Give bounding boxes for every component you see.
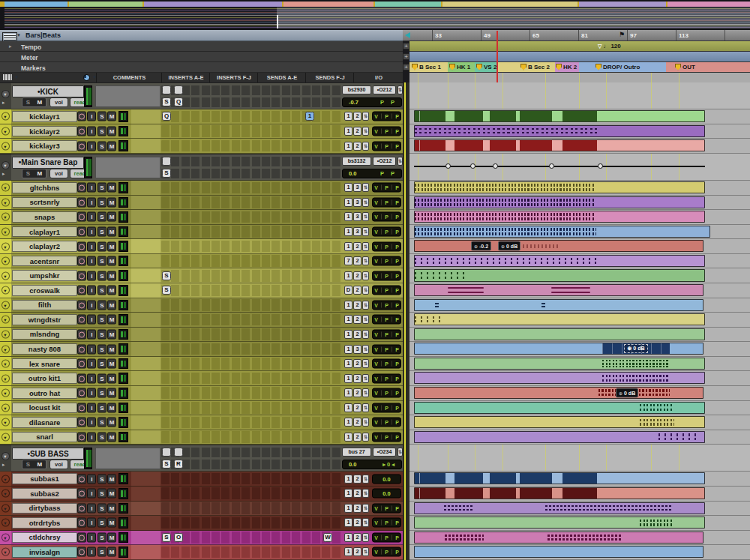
insert-send-button[interactable]: W	[323, 533, 332, 542]
insert-send-slots[interactable]	[161, 285, 342, 297]
io-output-button[interactable]: 2	[353, 315, 362, 324]
tempo-expand-icon[interactable]: ▸	[9, 43, 12, 49]
insert-send-slots[interactable]	[161, 387, 342, 399]
io-updown-button[interactable]: ⇅	[362, 286, 369, 295]
track-color-tab[interactable]: ▾	[0, 371, 11, 385]
track-color-tab[interactable]: ▾	[0, 210, 11, 224]
comments-area[interactable]	[131, 371, 160, 385]
track-color-tab[interactable]: ▾	[0, 239, 11, 253]
io-output-button[interactable]: 2	[353, 547, 362, 556]
io-vpp-display[interactable]: VPP	[372, 532, 401, 542]
record-arm-button[interactable]	[77, 197, 86, 207]
timebase-clock-icon[interactable]	[83, 74, 90, 81]
io-vpp-display[interactable]: VPP	[372, 256, 401, 266]
collapse-arrow-icon[interactable]: ▾	[2, 161, 10, 169]
io-updown-button[interactable]: ⇅	[362, 142, 369, 151]
collapse-arrow-icon[interactable]: ▾	[2, 316, 10, 324]
playhead-cursor[interactable]	[496, 31, 498, 82]
input-monitor-button[interactable]: I	[87, 127, 96, 136]
comments-area[interactable]	[131, 401, 160, 415]
track-color-tab[interactable]: ▾▸	[0, 445, 11, 471]
marker-label[interactable]: VS 2	[476, 64, 496, 70]
io-input-button[interactable]: bs3132	[342, 157, 371, 166]
track-name[interactable]: dirtybass	[12, 503, 77, 514]
io-input-button[interactable]: 1	[344, 315, 352, 324]
audio-clip[interactable]	[414, 358, 705, 370]
timeline-lane[interactable]	[410, 430, 750, 445]
tempo-event[interactable]: ▽ ♩120	[598, 43, 621, 49]
collapse-arrow-icon[interactable]: ▾	[2, 271, 10, 280]
record-arm-button[interactable]	[77, 315, 86, 325]
insert-slot-active[interactable]	[174, 85, 183, 94]
io-output-button[interactable]: 3	[353, 183, 362, 192]
audio-clip[interactable]	[414, 211, 705, 223]
solo-button[interactable]: S	[98, 300, 106, 310]
io-volume-display[interactable]: 0.0	[372, 489, 401, 499]
input-monitor-button[interactable]: I	[87, 474, 96, 484]
input-monitor-button[interactable]: I	[87, 344, 96, 354]
insert-send-slots[interactable]	[161, 157, 342, 166]
io-updown-button[interactable]: ⇅	[362, 403, 369, 412]
track-name[interactable]: •KICK	[12, 85, 84, 97]
insert-send-slots[interactable]	[161, 255, 342, 267]
insert-send-slots[interactable]	[161, 358, 342, 370]
track-color-tab[interactable]: ▾	[0, 139, 11, 153]
record-arm-button[interactable]	[77, 227, 86, 237]
collapse-arrow-icon[interactable]: ▾	[2, 548, 10, 556]
comments-area[interactable]	[131, 531, 160, 545]
track-name[interactable]: outro kit1	[12, 373, 77, 384]
record-arm-button[interactable]	[77, 141, 86, 151]
audio-clip[interactable]	[414, 517, 705, 529]
io-updown-button[interactable]: ⇅	[362, 547, 369, 556]
comments-area[interactable]	[131, 386, 160, 400]
io-vpp-display[interactable]: VPP	[372, 403, 401, 412]
io-input-button[interactable]: D	[344, 286, 352, 295]
io-vpp-display[interactable]: VPP	[372, 241, 401, 251]
comments-area[interactable]	[95, 448, 160, 469]
io-input-button[interactable]: 1	[344, 127, 352, 136]
audio-clip[interactable]	[414, 502, 705, 514]
io-input-button[interactable]: 1	[344, 418, 352, 427]
ruler-dropdown-icon[interactable]: ▼	[16, 33, 21, 37]
mute-button[interactable]: M	[107, 127, 116, 136]
collapse-arrow-icon[interactable]: ▾	[2, 142, 10, 150]
group-mute-button[interactable]: M	[38, 461, 43, 468]
insert-send-slots[interactable]	[161, 343, 342, 355]
solo-button[interactable]: S	[98, 256, 106, 266]
record-arm-button[interactable]	[77, 300, 86, 310]
io-output-button[interactable]: 2	[353, 301, 362, 310]
io-input-button[interactable]: 1	[344, 301, 352, 310]
io-output-button[interactable]: 2	[353, 489, 362, 498]
record-arm-button[interactable]	[77, 432, 86, 442]
timeline-lane[interactable]	[410, 154, 750, 181]
insert-send-button[interactable]: S	[162, 286, 171, 295]
volume-button[interactable]: vol	[50, 97, 68, 107]
input-monitor-button[interactable]: I	[87, 532, 96, 542]
insert-send-slots[interactable]	[161, 111, 342, 123]
track-name[interactable]: gltchbns	[12, 182, 77, 193]
track-name[interactable]: dilasnare	[12, 417, 77, 428]
solo-button[interactable]: S	[98, 227, 106, 237]
insert-send-slots[interactable]	[161, 402, 342, 414]
io-vpp-display[interactable]: VPP	[372, 432, 401, 442]
track-name[interactable]: mlsndng	[12, 329, 77, 340]
io-updown-button[interactable]: ⇅	[362, 242, 369, 251]
insert-send-slots[interactable]	[161, 241, 342, 253]
track-name[interactable]: scrtsnrly	[12, 197, 77, 208]
track-name[interactable]: acentsnr	[12, 256, 77, 267]
input-monitor-button[interactable]: I	[87, 418, 96, 427]
insert-send-slots[interactable]	[161, 226, 342, 238]
solo-button[interactable]: S	[98, 315, 106, 325]
session-overview-navigator[interactable]	[0, 0, 750, 30]
io-updown-button[interactable]: ⇅	[362, 198, 369, 207]
io-vpp-display[interactable]: VPP	[372, 112, 401, 121]
track-name[interactable]: umpshkr	[12, 270, 77, 281]
track-color-tab[interactable]: ▾	[0, 124, 11, 139]
solo-button[interactable]: S	[98, 388, 106, 398]
io-output-button[interactable]: 2	[353, 142, 362, 151]
io-input-button[interactable]: 1	[344, 212, 352, 221]
track-name[interactable]: otrdrtybs	[12, 517, 77, 529]
io-vpp-display[interactable]: VPP	[372, 359, 401, 369]
insert-send-slots[interactable]	[161, 328, 342, 340]
mute-button[interactable]: M	[107, 547, 116, 557]
